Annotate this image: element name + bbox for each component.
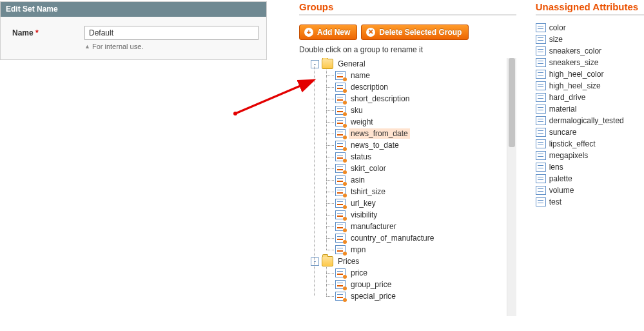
attribute-label: status xyxy=(349,152,373,162)
attribute-icon xyxy=(335,106,346,115)
attribute-label: high_heel_color xyxy=(549,70,604,79)
triangle-up-icon: ▲ xyxy=(84,43,90,50)
attribute-label: price xyxy=(349,268,369,278)
unassigned-attribute[interactable]: material xyxy=(536,103,644,115)
divider xyxy=(536,14,644,15)
unassigned-attribute[interactable]: sneakers_color xyxy=(536,45,644,57)
attribute-icon xyxy=(536,46,546,55)
unassigned-attribute[interactable]: size xyxy=(536,34,644,45)
unassigned-attribute[interactable]: dermalogically_tested xyxy=(536,115,644,126)
attribute-label: megapixels xyxy=(549,151,589,160)
unassigned-attribute[interactable]: volume xyxy=(536,185,644,196)
attribute-label: visibility xyxy=(349,210,379,220)
attribute-node[interactable]: news_from_date xyxy=(322,128,516,139)
attribute-node[interactable]: country_of_manufacture xyxy=(322,232,516,244)
unassigned-attribute[interactable]: sneakers_size xyxy=(536,57,644,68)
unassigned-attribute[interactable]: color xyxy=(536,22,644,34)
attribute-icon xyxy=(536,151,546,160)
attribute-label: weight xyxy=(349,117,375,127)
attribute-label: asin xyxy=(349,175,367,185)
attribute-icon xyxy=(536,186,546,195)
unassigned-attribute[interactable]: lens xyxy=(536,161,644,173)
attribute-node[interactable]: short_description xyxy=(322,93,516,105)
attribute-node[interactable]: group_price xyxy=(322,279,516,290)
attribute-icon xyxy=(536,163,546,172)
attribute-icon xyxy=(335,152,346,161)
attribute-label: test xyxy=(549,197,561,206)
close-icon: ✕ xyxy=(366,28,375,37)
unassigned-attribute[interactable]: high_heel_size xyxy=(536,80,644,92)
unassigned-attribute[interactable]: palette xyxy=(536,173,644,185)
group-folder[interactable]: -General xyxy=(311,58,516,70)
attribute-label: group_price xyxy=(349,279,393,290)
name-hint: ▲For internal use. xyxy=(84,43,259,50)
group-label: General xyxy=(336,59,367,69)
attribute-label: size xyxy=(549,35,563,44)
attribute-label: color xyxy=(549,23,566,32)
attribute-label: material xyxy=(549,105,577,114)
attribute-node[interactable]: mpn xyxy=(322,244,516,256)
unassigned-panel: Unassigned Attributes colorsizesneakers_… xyxy=(536,1,644,208)
attribute-icon xyxy=(536,23,546,32)
group-folder[interactable]: -Prices xyxy=(311,256,516,267)
attribute-icon xyxy=(335,222,346,231)
attribute-icon xyxy=(536,139,546,148)
attribute-node[interactable]: manufacturer xyxy=(322,221,516,232)
attribute-icon xyxy=(335,268,346,277)
attribute-node[interactable]: tshirt_size xyxy=(322,186,516,197)
groups-title: Groups xyxy=(299,1,516,12)
attribute-node[interactable]: name xyxy=(322,70,516,81)
name-label: Name * xyxy=(12,26,84,37)
attribute-label: volume xyxy=(549,186,574,195)
attribute-node[interactable]: special_price xyxy=(322,290,516,302)
attribute-node[interactable]: news_to_date xyxy=(322,139,516,151)
attribute-icon xyxy=(335,117,346,126)
attribute-label: news_to_date xyxy=(349,140,401,150)
groups-hint: Double click on a group to rename it xyxy=(299,45,516,54)
attribute-label: lens xyxy=(549,163,563,172)
attribute-label: sku xyxy=(349,105,365,115)
unassigned-attribute[interactable]: test xyxy=(536,196,644,208)
attribute-icon xyxy=(536,70,546,79)
attribute-node[interactable]: sku xyxy=(322,105,516,116)
attribute-icon xyxy=(536,93,546,102)
attribute-node[interactable]: description xyxy=(322,81,516,93)
attribute-icon xyxy=(335,199,346,208)
attribute-node[interactable]: url_key xyxy=(322,197,516,209)
attribute-node[interactable]: skirt_color xyxy=(322,163,516,174)
attribute-icon xyxy=(335,234,346,243)
scrollbar[interactable] xyxy=(507,58,516,316)
collapse-icon[interactable]: - xyxy=(311,60,319,68)
attribute-label: short_description xyxy=(349,94,411,104)
attribute-label: tshirt_size xyxy=(349,186,387,197)
attribute-label: manufacturer xyxy=(349,221,398,232)
unassigned-attribute[interactable]: megapixels xyxy=(536,150,644,161)
edit-set-panel: Edit Set Name Name * ▲For internal use. xyxy=(0,1,267,60)
unassigned-attribute[interactable]: high_heel_color xyxy=(536,68,644,80)
attribute-label: sneakers_size xyxy=(549,58,599,67)
attribute-label: palette xyxy=(549,174,572,183)
attribute-node[interactable]: weight xyxy=(322,116,516,128)
delete-group-button[interactable]: ✕ Delete Selected Group xyxy=(361,25,469,40)
attribute-node[interactable]: status xyxy=(322,151,516,163)
attribute-label: mpn xyxy=(349,245,367,255)
collapse-icon[interactable]: - xyxy=(311,257,319,266)
attribute-icon xyxy=(335,176,346,185)
attribute-icon xyxy=(536,81,546,90)
attribute-node[interactable]: visibility xyxy=(322,209,516,221)
attribute-node[interactable]: asin xyxy=(322,174,516,186)
unassigned-attribute[interactable]: hard_drive xyxy=(536,92,644,103)
group-label: Prices xyxy=(336,256,361,266)
attribute-label: description xyxy=(349,82,390,92)
attribute-label: name xyxy=(349,70,372,81)
attribute-node[interactable]: price xyxy=(322,267,516,279)
set-name-input[interactable] xyxy=(84,26,259,40)
divider xyxy=(299,14,516,15)
attribute-icon xyxy=(536,174,546,183)
add-new-button[interactable]: + Add New xyxy=(299,25,357,40)
unassigned-attribute[interactable]: lipstick_effect xyxy=(536,138,644,150)
attribute-label: special_price xyxy=(349,291,398,301)
attribute-icon xyxy=(335,187,346,196)
scrollbar-thumb[interactable] xyxy=(509,58,515,147)
unassigned-attribute[interactable]: suncare xyxy=(536,126,644,138)
